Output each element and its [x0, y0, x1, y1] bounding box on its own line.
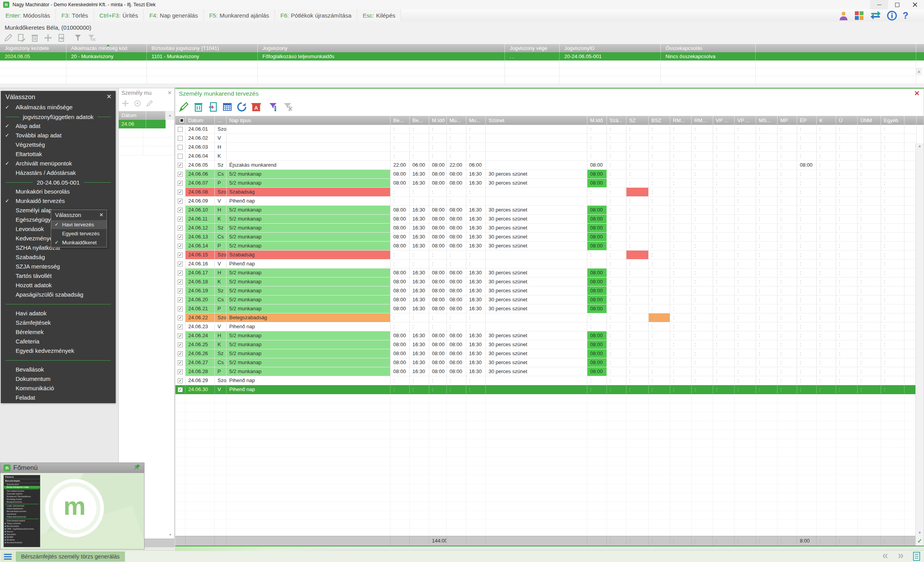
- scroll-down-icon[interactable]: ▼: [167, 532, 173, 538]
- schedule-row-24-06-03[interactable]: 24.06.03H::::::::::::::::::::: [175, 143, 924, 152]
- sidebar-item-sz-mfejt-sek[interactable]: Számfejtések: [1, 318, 116, 327]
- copy-edit-icon[interactable]: [17, 34, 26, 42]
- schedule-row-24-06-24[interactable]: ✓24.06.24H5/2 munkanap08:0016:3008:0008:…: [175, 331, 924, 340]
- row-checkbox[interactable]: [178, 154, 183, 159]
- row-checkbox[interactable]: ✓: [178, 217, 183, 222]
- scroll-up-icon[interactable]: ▲: [916, 68, 922, 75]
- add-icon[interactable]: [44, 34, 52, 42]
- row-checkbox[interactable]: [178, 136, 183, 141]
- schedule-row-24-06-06[interactable]: ✓24.06.06Cs5/2 munkanap08:0016:3008:0008…: [175, 170, 924, 179]
- column-header-k[interactable]: K: [817, 116, 836, 125]
- sidebar-item-egyedi-kedvezm-nyek[interactable]: Egyedi kedvezmények: [1, 346, 116, 356]
- view-icon[interactable]: [133, 100, 142, 109]
- sidebar-item-kommunik-ci-[interactable]: Kommunikáció: [1, 384, 116, 393]
- filter-clear-icon[interactable]: [282, 101, 294, 113]
- row-checkbox[interactable]: ✓: [178, 235, 183, 240]
- date-row-selected[interactable]: 24.06: [119, 120, 174, 128]
- row-checkbox[interactable]: [178, 145, 183, 150]
- row-checkbox[interactable]: ✓: [178, 342, 183, 347]
- grid-column-header[interactable]: Jogviszony: [258, 44, 505, 52]
- minimize-button[interactable]: [870, 0, 888, 9]
- schedule-row-24-06-02[interactable]: 24.06.02V::::::::::::::::::::: [175, 134, 924, 143]
- row-checkbox[interactable]: ✓: [178, 288, 183, 293]
- schedule-row-24-06-26[interactable]: ✓24.06.26Sz5/2 munkanap08:0016:3008:0008…: [175, 349, 924, 358]
- add-icon[interactable]: [121, 100, 129, 109]
- row-checkbox[interactable]: ✓: [178, 270, 183, 276]
- menu-item-munkarend-aj-nl-s[interactable]: F5:Munkarend ajánlás: [204, 9, 275, 21]
- schedule-row-24-06-16[interactable]: ✓24.06.16VPihenő nap::::::::::::::::::::: [175, 260, 924, 269]
- schedule-row-24-06-07[interactable]: ✓24.06.07P5/2 munkanap08:0016:3008:0008:…: [175, 179, 924, 188]
- vertical-scrollbar[interactable]: ▲ ▼ ✓: [915, 143, 924, 546]
- column-header-mu2[interactable]: Mu...: [466, 116, 486, 125]
- schedule-row-24-06-17[interactable]: ✓24.06.17H5/2 munkanap08:0016:3008:0008:…: [175, 269, 924, 277]
- schedule-row-24-06-23[interactable]: ✓24.06.23VPihenő nap::::::::::::::::::::: [175, 322, 924, 331]
- menu-item-t-rl-s[interactable]: F3:Törlés: [56, 9, 94, 21]
- hamburger-menu-icon[interactable]: [1, 551, 15, 562]
- schedule-row-24-06-28[interactable]: ✓24.06.28P5/2 munkanap08:0016:3008:0008:…: [175, 367, 924, 376]
- table-row[interactable]: [0, 60, 924, 68]
- schedule-row-24-06-18[interactable]: ✓24.06.18K5/2 munkanap08:0016:3008:0008:…: [175, 277, 924, 286]
- sidebar-item-szja-mentess-g[interactable]: SZJA mentesség: [1, 262, 116, 271]
- column-header-mp[interactable]: MP: [778, 116, 797, 125]
- schedule-row-24-06-21[interactable]: ✓24.06.21P5/2 munkanap08:0016:3008:0008:…: [175, 304, 924, 313]
- schedule-row-24-06-29[interactable]: ✓24.06.29SzoPihenő nap::::::::::::::::::…: [175, 376, 924, 385]
- row-checkbox[interactable]: ✓: [178, 297, 183, 302]
- sidebar-item-alkalmaz-s-min-s-ge[interactable]: Alkalmazás minősége✓: [1, 103, 116, 112]
- delete-icon[interactable]: [30, 34, 39, 42]
- schedule-row-24-06-27[interactable]: ✓24.06.27Cs5/2 munkanap08:0016:3008:0008…: [175, 358, 924, 367]
- column-header-u[interactable]: Ü: [836, 116, 858, 125]
- schedule-row-24-06-11[interactable]: ✓24.06.11K5/2 munkanap08:0016:3008:0008:…: [175, 215, 924, 224]
- schedule-row-24-06-12[interactable]: ✓24.06.12Sz5/2 munkanap08:0016:3008:0008…: [175, 224, 924, 233]
- column-header-vp1[interactable]: VP ...: [713, 116, 735, 125]
- row-checkbox[interactable]: ✓: [178, 181, 183, 186]
- filter-clear-icon[interactable]: [87, 34, 96, 42]
- row-checkbox[interactable]: ✓: [178, 387, 183, 392]
- column-header-mi1[interactable]: M.Idő: [429, 116, 447, 125]
- column-header-mu1[interactable]: Mu...: [447, 116, 466, 125]
- column-header-unm[interactable]: ÜNM: [858, 116, 881, 125]
- export-icon[interactable]: [207, 101, 219, 113]
- grid-column-header[interactable]: JogviszonyID: [560, 44, 661, 52]
- sidebar-item-havi-adatok[interactable]: Havi adatok: [1, 309, 116, 318]
- table-row[interactable]: [0, 68, 924, 76]
- row-checkbox[interactable]: ✓: [178, 351, 183, 356]
- sidebar-item-h-zast-rs-ad-st-rsak[interactable]: Házastárs / Adóstársak: [1, 168, 116, 178]
- sidebar-item-tov-bbi-alap-adat[interactable]: További alap adat✓: [1, 131, 116, 140]
- row-checkbox[interactable]: ✓: [178, 199, 183, 204]
- list-item[interactable]: [119, 137, 174, 146]
- row-checkbox[interactable]: ✓: [178, 172, 183, 177]
- schedule-row-24-06-15[interactable]: ✓24.06.15SzoSzabadság:::::::::::::::::::…: [175, 251, 924, 260]
- delete-all-icon[interactable]: A: [250, 101, 262, 113]
- sidebar-item-bevall-sok[interactable]: Bevallások: [1, 365, 116, 374]
- row-checkbox[interactable]: ✓: [178, 324, 183, 329]
- close-button[interactable]: [906, 0, 924, 9]
- row-checkbox[interactable]: ✓: [178, 253, 183, 258]
- column-header-pad[interactable]: [904, 116, 917, 125]
- grid-column-header[interactable]: Alkalmazás minőség kód: [66, 44, 147, 52]
- menu-thumbnail[interactable]: FőmenüBérszámfejtésSzemély törzsBérlap f…: [4, 475, 40, 547]
- row-checkbox[interactable]: ✓: [178, 333, 183, 338]
- column-header-be1[interactable]: Be...: [391, 116, 410, 125]
- row-checkbox[interactable]: ✓: [178, 208, 183, 213]
- scroll-up-icon[interactable]: ▲: [916, 144, 924, 148]
- schedule-row-24-06-30[interactable]: ✓24.06.30VPihenő nap::::::::::::::::::::: [175, 385, 924, 394]
- schedule-row-24-06-05[interactable]: ✓24.06.05SzÉjszakás munkarend22:0006:000…: [175, 161, 924, 170]
- row-checkbox[interactable]: ✓: [178, 360, 183, 365]
- popup-item-egyedi-tervez-s[interactable]: Egyedi tervezés: [51, 229, 107, 238]
- nav-next-icon[interactable]: »: [898, 550, 904, 562]
- edit-icon[interactable]: [146, 100, 153, 109]
- main-menu-titlebar[interactable]: n Főmenü: [0, 463, 144, 473]
- column-header-day[interactable]: ...: [215, 116, 227, 125]
- restore-button[interactable]: [888, 0, 906, 9]
- sidebar-item-cafeteria[interactable]: Cafeteria: [1, 337, 116, 346]
- sidebar-item-munkak-ri-besorol-s[interactable]: Munkaköri besorolás: [1, 187, 116, 196]
- row-checkbox[interactable]: ✓: [178, 306, 183, 311]
- grid-column-header[interactable]: Összekapcsolás: [661, 44, 756, 52]
- schedule-row-24-06-22[interactable]: ✓24.06.22SzoBetegszabadság::::::::::::::…: [175, 313, 924, 322]
- edit-icon[interactable]: [4, 34, 12, 42]
- grid-column-header[interactable]: Jogviszony vége: [505, 44, 560, 52]
- column-header-ep[interactable]: ÉP: [797, 116, 817, 125]
- column-header-type[interactable]: Nap típus: [227, 116, 391, 125]
- select-all-checkbox[interactable]: [179, 118, 184, 123]
- apps-icon[interactable]: [854, 11, 864, 21]
